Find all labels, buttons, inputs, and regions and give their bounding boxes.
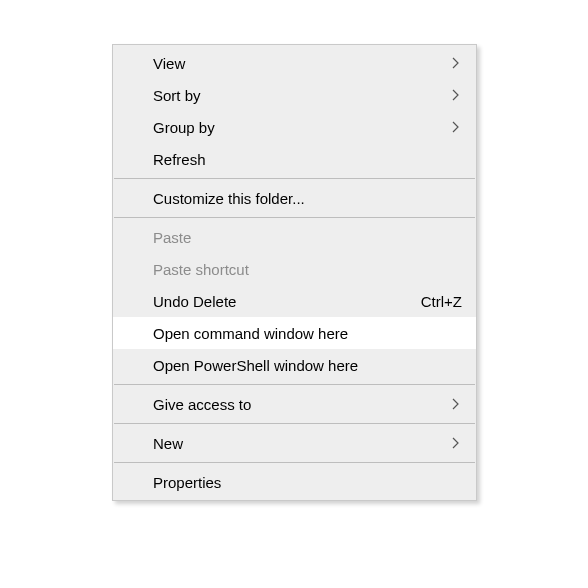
menu-item-view[interactable]: View <box>113 47 476 79</box>
menu-item-group-by[interactable]: Group by <box>113 111 476 143</box>
menu-item-label: Open command window here <box>153 325 462 342</box>
menu-item-label: Open PowerShell window here <box>153 357 462 374</box>
menu-separator <box>114 217 475 218</box>
menu-item-open-powershell-window[interactable]: Open PowerShell window here <box>113 349 476 381</box>
menu-item-label: Group by <box>153 119 450 136</box>
menu-item-sort-by[interactable]: Sort by <box>113 79 476 111</box>
menu-item-label: View <box>153 55 450 72</box>
menu-item-label: Properties <box>153 474 462 491</box>
menu-item-refresh[interactable]: Refresh <box>113 143 476 175</box>
menu-item-label: Paste <box>153 229 462 246</box>
menu-separator <box>114 178 475 179</box>
menu-item-open-command-window[interactable]: Open command window here <box>113 317 476 349</box>
menu-separator <box>114 462 475 463</box>
chevron-right-icon <box>450 57 462 69</box>
chevron-right-icon <box>450 121 462 133</box>
chevron-right-icon <box>450 89 462 101</box>
menu-item-customize-folder[interactable]: Customize this folder... <box>113 182 476 214</box>
menu-separator <box>114 384 475 385</box>
menu-item-paste: Paste <box>113 221 476 253</box>
menu-item-undo-delete[interactable]: Undo Delete Ctrl+Z <box>113 285 476 317</box>
menu-item-label: Customize this folder... <box>153 190 462 207</box>
menu-item-shortcut: Ctrl+Z <box>421 293 462 310</box>
menu-item-label: Sort by <box>153 87 450 104</box>
menu-separator <box>114 423 475 424</box>
chevron-right-icon <box>450 437 462 449</box>
menu-item-properties[interactable]: Properties <box>113 466 476 498</box>
menu-item-paste-shortcut: Paste shortcut <box>113 253 476 285</box>
menu-item-label: Paste shortcut <box>153 261 462 278</box>
chevron-right-icon <box>450 398 462 410</box>
menu-item-give-access-to[interactable]: Give access to <box>113 388 476 420</box>
menu-item-new[interactable]: New <box>113 427 476 459</box>
menu-item-label: New <box>153 435 450 452</box>
context-menu: View Sort by Group by Refresh Customize … <box>112 44 477 501</box>
menu-item-label: Give access to <box>153 396 450 413</box>
menu-item-label: Undo Delete <box>153 293 421 310</box>
menu-item-label: Refresh <box>153 151 462 168</box>
